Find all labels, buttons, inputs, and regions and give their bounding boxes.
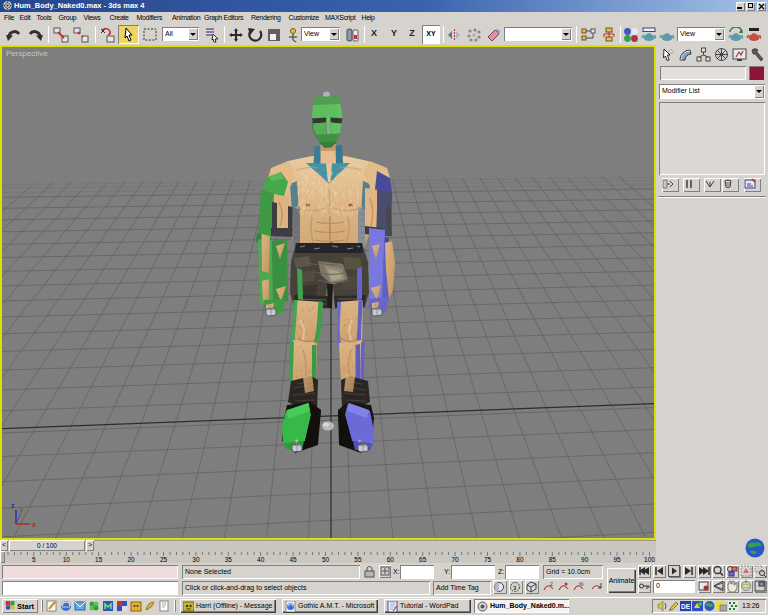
- svg-text:45: 45: [289, 556, 297, 563]
- svg-text:30: 30: [192, 556, 200, 563]
- svg-text:y: y: [20, 506, 23, 512]
- svg-text:95: 95: [613, 556, 621, 563]
- svg-text:75: 75: [484, 556, 492, 563]
- svg-text:35: 35: [225, 556, 233, 563]
- svg-text:15: 15: [95, 556, 103, 563]
- svg-text:50: 50: [322, 556, 330, 563]
- svg-text:3: 3: [513, 585, 517, 591]
- svg-text:25: 25: [160, 556, 168, 563]
- svg-text:60: 60: [387, 556, 395, 563]
- svg-text:90: 90: [581, 556, 589, 563]
- svg-text:65: 65: [419, 556, 427, 563]
- svg-text:5: 5: [32, 556, 36, 563]
- svg-text:55: 55: [354, 556, 362, 563]
- svg-text:2: 2: [550, 581, 553, 587]
- svg-text:x: x: [32, 521, 36, 528]
- svg-text:80: 80: [516, 556, 524, 563]
- svg-text:20: 20: [127, 556, 135, 563]
- svg-text:40: 40: [257, 556, 265, 563]
- svg-text:70: 70: [451, 556, 459, 563]
- svg-text:DE: DE: [681, 603, 691, 610]
- svg-text:85: 85: [549, 556, 557, 563]
- svg-text:z: z: [11, 502, 15, 509]
- svg-text:10: 10: [63, 556, 71, 563]
- svg-text:%: %: [579, 581, 584, 587]
- svg-text:Perspective: Perspective: [6, 49, 48, 58]
- svg-text:100: 100: [644, 556, 655, 563]
